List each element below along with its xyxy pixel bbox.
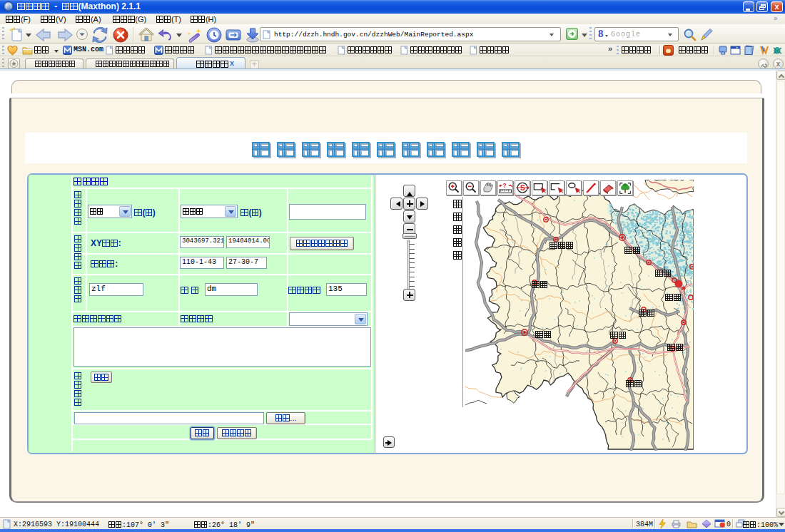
svg-text:?: ?	[502, 183, 506, 189]
